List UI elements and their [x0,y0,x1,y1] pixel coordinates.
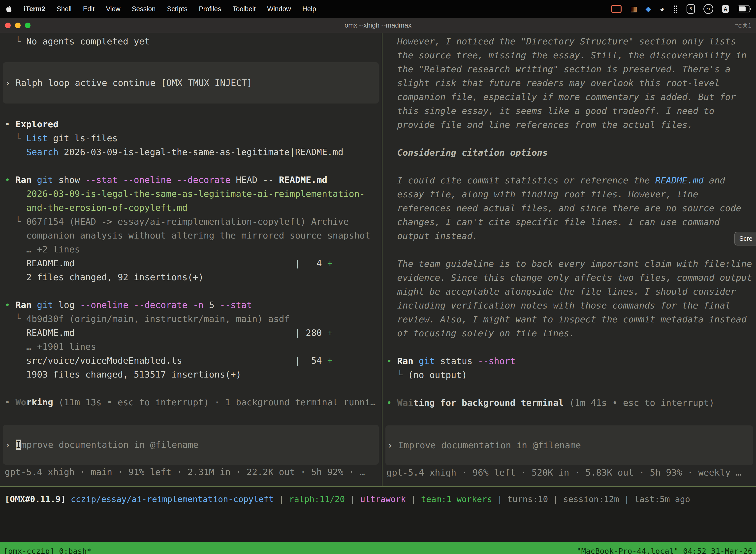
text-segment: session:12m [563,494,619,504]
text-segment: (no output) [408,370,467,380]
key-icon[interactable]: 8 [687,4,695,14]
text-segment: The team guideline is to back every impo… [386,259,752,269]
terminal-line: └ 4b9d30f (origin/main, instructkr/main,… [0,312,382,326]
menu-item-shell[interactable]: Shell [57,5,72,13]
terminal-line [382,382,756,396]
menu-item-scripts[interactable]: Scripts [167,5,188,13]
minimize-button[interactable] [15,22,20,28]
tmux-session-window[interactable]: [omx-cczip] 0:bash* [3,547,91,554]
terminal-line [0,104,382,117]
menu-item-view[interactable]: View [106,5,120,13]
terminal-line: • Working (11m 13s • esc to interrupt) ·… [0,395,382,409]
screen-share-tab[interactable]: Scre [735,232,756,245]
text-segment: Ran [15,175,32,185]
menu-status-icons: ▦ ◆ ◕ ⣿ 8 61 A [611,4,750,14]
text-segment: README.md [279,175,327,185]
text-segment: references need actual files, and since … [386,203,741,213]
dark-circle-icon[interactable]: ◕ [660,5,664,13]
terminal-area: └ No agents completed yet › Ralph loop a… [0,33,756,486]
prompt-input-right[interactable]: › Improve documentation in @filename [385,426,753,465]
terminal-line: I could cite commit statistics or refere… [382,173,756,187]
text-segment: changes, I can't cite specific file line… [386,217,720,227]
terminal-line [382,340,756,354]
terminal-line [382,243,756,257]
text-segment: git [419,356,435,366]
text-segment: • [5,300,15,310]
terminal-line: companion file, especially if more comme… [382,90,756,104]
text-segment: Ralph loop active continue [OMX_TMUX_INJ… [16,78,252,88]
text-segment: companion file, especially if more comme… [386,92,736,102]
text-segment: • [5,119,15,129]
text-segment [413,356,419,366]
text-segment: README.md | 4 [5,258,327,268]
terminal-line: … +2 lines [0,242,382,257]
text-segment: └ [386,370,408,380]
blue-gem-icon[interactable]: ◆ [646,5,651,13]
terminal-line [382,160,756,173]
menu-bar: iTerm2 Shell Edit View Session Scripts P… [0,0,756,18]
menu-item-toolbelt[interactable]: Toolbelt [233,5,256,13]
text-segment: of focusing solely on file lines. [386,328,575,338]
text-segment: 2026-03-09-is-legal-the-same-as-legitima… [59,147,343,157]
text-segment: (11m 13s • esc to interrupt) · 1 backgro… [53,397,376,407]
close-button[interactable] [5,22,11,28]
text-segment: No agents completed yet [26,36,150,46]
text-segment: --oneline --decorate -n [80,300,209,310]
terminal-line: slight risk that future readers may over… [382,76,756,90]
text-segment: log [53,300,80,310]
battery-percent-icon[interactable]: 61 [703,4,713,14]
text-segment: Wo [15,397,26,407]
grid-icon[interactable]: ▦ [630,5,637,13]
terminal-pane-left[interactable]: └ No agents completed yet › Ralph loop a… [0,33,382,486]
prompt-input-left-line: › Improve documentation in @filename [3,438,198,452]
menu-item-session[interactable]: Session [132,5,155,13]
text-segment: companion analysis without altering the … [5,230,370,240]
menu-item-profiles[interactable]: Profiles [199,5,221,13]
menu-item-help[interactable]: Help [302,5,316,13]
text-segment: • [386,398,397,408]
text-segment: and-the-erosion-of-copyleft.md [5,203,188,213]
terminal-line: the source tree, missing the essay. Stil… [382,48,756,62]
text-segment: status [435,356,478,366]
text-segment: --stat --oneline --decorate [85,175,231,185]
terminal-pane-right[interactable]: However, I noticed the "Directory Struct… [382,33,756,486]
terminal-line [382,132,756,146]
text-segment: Ran [397,356,413,366]
terminal-line: └ 067f154 (HEAD -> essay/ai-reimplementa… [0,215,382,229]
battery-icon[interactable] [738,5,750,12]
terminal-line: └ List git ls-files [0,131,382,145]
terminal-line: However, I noticed the "Directory Struct… [382,35,756,48]
terminal-line: provide file and line references from th… [382,118,756,132]
terminal-line: evidence. Since this change only affects… [382,271,756,285]
terminal-line: Considering citation options [382,146,756,160]
zoom-button[interactable] [25,22,30,28]
model-status-left: gpt-5.4 xhigh · main · 91% left · 2.31M … [0,465,382,479]
text-segment: List [26,133,48,143]
screen-recording-icon[interactable] [611,5,622,13]
model-status-right: gpt-5.4 xhigh · 96% left · 520K in · 5.8… [382,466,756,480]
terminal-line: • Waiting for background terminal (1m 41… [382,396,756,410]
text-segment: └ [5,216,26,227]
text-segment: I could cite commit statistics or refere… [386,175,655,185]
terminal-line: references need actual files, and since … [382,201,756,215]
dots-grid-icon[interactable]: ⣿ [673,5,678,13]
text-segment: + [327,355,333,366]
terminal-line: the "Related research writing" section i… [382,62,756,76]
text-segment: might be acceptable alongside the file l… [386,286,736,296]
menu-item-window[interactable]: Window [267,5,291,13]
menu-item-iterm2[interactable]: iTerm2 [24,5,45,13]
apple-menu-icon[interactable] [6,5,12,13]
text-segment: 4b9d30f (origin/main, instructkr/main, m… [26,314,290,324]
prompt-input-left[interactable]: › Improve documentation in @filename [3,425,379,465]
agent-transcript-right: However, I noticed the "Directory Struct… [382,35,756,410]
text-segment: this single essay, it seems like a good … [386,106,714,116]
menu-item-edit[interactable]: Edit [83,5,95,13]
ralph-inject-box: › Ralph loop active continue [OMX_TMUX_I… [3,62,379,104]
text-segment: essay file, along with finding root file… [386,189,698,199]
terminal-line: this single essay, it seems like a good … [382,104,756,118]
terminal-line: changes, I can't cite specific file line… [382,215,756,229]
ralph-inject-line: › Ralph loop active continue [OMX_TMUX_I… [3,76,252,90]
text-segment: mprove documentation in @filename [21,440,198,450]
input-source-icon[interactable]: A [722,5,729,13]
text-segment: + [327,328,333,338]
